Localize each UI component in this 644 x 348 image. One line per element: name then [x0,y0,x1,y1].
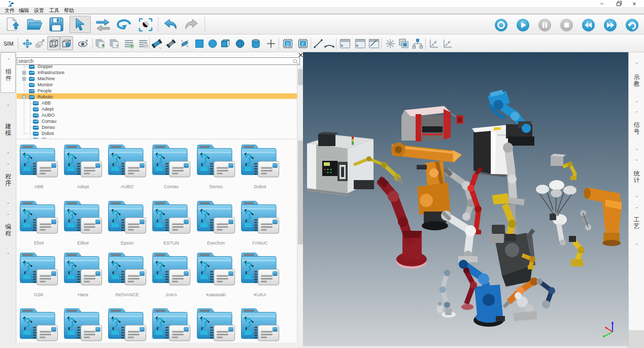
svg-text:F: F [301,42,304,47]
svg-text:D: D [286,42,290,47]
